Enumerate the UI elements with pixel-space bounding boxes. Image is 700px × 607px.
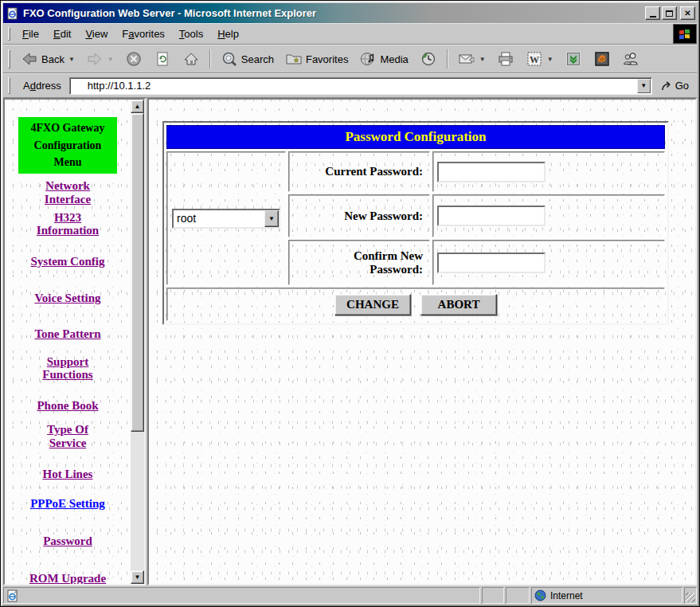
address-bar: Address http://10.1.1.2 ▼ Go bbox=[3, 73, 697, 98]
discuss-button[interactable] bbox=[616, 47, 645, 71]
back-button[interactable]: Back ▼ bbox=[15, 47, 80, 71]
scroll-down-icon[interactable]: ▼ bbox=[131, 570, 144, 584]
title-bar: FXO Configuration Web Server - Microsoft… bbox=[3, 3, 697, 23]
main-frame: Password Configuration root ▼ Current Pa… bbox=[147, 98, 697, 585]
related-links-button[interactable] bbox=[559, 47, 588, 71]
sidebar-item-h323-information[interactable]: H323 Information bbox=[5, 211, 131, 238]
minimize-button[interactable] bbox=[645, 6, 660, 20]
toolbar-separator bbox=[447, 49, 448, 69]
status-main-pane bbox=[3, 587, 480, 604]
messenger-button[interactable] bbox=[588, 47, 616, 71]
abort-button[interactable]: ABORT bbox=[420, 294, 497, 315]
media-button[interactable]: Media bbox=[354, 47, 413, 71]
scrollbar-thumb[interactable] bbox=[131, 113, 144, 432]
select-dropdown-icon[interactable]: ▼ bbox=[264, 210, 279, 227]
sidebar-frame: 4FXO Gateway Configuration Menu Network … bbox=[3, 98, 146, 585]
toolbar-separator bbox=[209, 49, 211, 69]
refresh-icon bbox=[154, 50, 171, 68]
sidebar-item-hot-lines[interactable]: Hot Lines bbox=[5, 468, 131, 481]
print-button[interactable] bbox=[491, 47, 520, 71]
search-icon bbox=[221, 50, 238, 68]
menu-help[interactable]: Help bbox=[210, 25, 246, 43]
form-buttons-row: CHANGE ABORT bbox=[166, 288, 665, 321]
password-configuration-table: Password Configuration root ▼ Current Pa… bbox=[162, 121, 669, 325]
home-icon bbox=[182, 50, 200, 68]
back-dropdown-icon[interactable]: ▼ bbox=[68, 56, 75, 63]
status-bar: Internet bbox=[3, 585, 697, 604]
sidebar-item-phone-book[interactable]: Phone Book bbox=[5, 399, 131, 413]
ie-page-icon bbox=[6, 7, 19, 20]
messenger-icon bbox=[593, 50, 611, 68]
favorites-button[interactable]: Favorites bbox=[280, 47, 354, 71]
maximize-button[interactable] bbox=[662, 6, 677, 20]
menu-edit[interactable]: Edit bbox=[46, 25, 78, 43]
history-button[interactable] bbox=[414, 47, 443, 71]
current-password-cell bbox=[432, 151, 665, 192]
address-input[interactable]: http://10.1.1.2 ▼ bbox=[69, 77, 652, 95]
status-pane bbox=[482, 587, 504, 604]
current-password-label: Current Password: bbox=[288, 151, 430, 192]
navigation-menu: 4FXO Gateway Configuration Menu Network … bbox=[5, 100, 131, 584]
sidebar-item-support-functions[interactable]: Support Functions bbox=[5, 355, 131, 382]
edit-dropdown-icon[interactable]: ▼ bbox=[547, 56, 553, 63]
toolbar-grip[interactable] bbox=[8, 49, 10, 69]
resize-grip[interactable] bbox=[684, 587, 697, 604]
stop-button[interactable] bbox=[119, 47, 148, 71]
mail-dropdown-icon[interactable]: ▼ bbox=[479, 56, 486, 63]
sidebar-item-system-config[interactable]: System Config bbox=[5, 255, 131, 268]
page-title: Password Configuration bbox=[345, 129, 486, 145]
address-dropdown-icon[interactable]: ▼ bbox=[637, 79, 651, 93]
home-button[interactable] bbox=[177, 47, 205, 71]
favorites-icon bbox=[285, 50, 303, 68]
sidebar-item-password[interactable]: Password bbox=[5, 535, 131, 548]
user-select-value: root bbox=[174, 210, 264, 227]
forward-dropdown-icon[interactable]: ▼ bbox=[108, 56, 114, 63]
close-button[interactable]: ✕ bbox=[680, 6, 695, 20]
status-zone-pane: Internet bbox=[531, 587, 682, 604]
sidebar-item-pppoe-setting[interactable]: PPPoE Setting bbox=[5, 497, 131, 511]
forward-button[interactable]: ▼ bbox=[80, 47, 119, 71]
mail-button[interactable]: ▼ bbox=[452, 47, 491, 71]
svg-text:W: W bbox=[530, 54, 539, 65]
menu-favorites[interactable]: Favorites bbox=[115, 25, 172, 43]
sidebar-item-rom-upgrade[interactable]: ROM Upgrade bbox=[5, 572, 131, 584]
page-title-bar: Password Configuration bbox=[166, 125, 665, 149]
discuss-icon bbox=[622, 50, 639, 68]
user-select-cell: root ▼ bbox=[166, 151, 286, 285]
scroll-up-icon[interactable]: ▲ bbox=[131, 100, 144, 113]
menu-tools[interactable]: Tools bbox=[172, 25, 210, 43]
sidebar-item-network-interface[interactable]: Network Interface bbox=[5, 179, 131, 206]
change-button[interactable]: CHANGE bbox=[334, 294, 411, 315]
download-chevrons-icon bbox=[565, 50, 582, 68]
status-pane bbox=[506, 587, 530, 604]
new-password-field[interactable] bbox=[437, 206, 546, 226]
menu-view[interactable]: View bbox=[78, 25, 115, 43]
media-icon bbox=[359, 50, 377, 68]
sidebar-scrollbar[interactable]: ▲ ▼ bbox=[131, 100, 144, 584]
current-password-field[interactable] bbox=[437, 162, 546, 182]
refresh-button[interactable] bbox=[148, 47, 177, 71]
window-title: FXO Configuration Web Server - Microsoft… bbox=[23, 7, 643, 19]
search-button[interactable]: Search bbox=[215, 47, 280, 71]
print-icon bbox=[497, 50, 514, 68]
sidebar-item-tone-pattern[interactable]: Tone Pattern bbox=[5, 327, 131, 341]
sidebar-item-voice-setting[interactable]: Voice Setting bbox=[5, 292, 131, 305]
browser-window: FXO Configuration Web Server - Microsoft… bbox=[0, 0, 700, 607]
edit-button[interactable]: W ▼ bbox=[520, 47, 559, 71]
user-select[interactable]: root ▼ bbox=[172, 209, 280, 229]
forward-icon bbox=[86, 50, 104, 68]
confirm-new-password-label: Confirm New Password: bbox=[288, 240, 430, 285]
sidebar-item-type-of-service[interactable]: Type Of Service bbox=[5, 423, 131, 450]
menu-file[interactable]: File bbox=[15, 25, 46, 43]
toolbar-grip[interactable] bbox=[8, 77, 10, 93]
address-url[interactable]: http://10.1.1.2 bbox=[88, 80, 637, 92]
toolbar-grip[interactable] bbox=[8, 27, 10, 41]
standard-toolbar: Back ▼ ▼ Search Favorites Media bbox=[3, 45, 697, 73]
zone-label: Internet bbox=[550, 590, 583, 601]
history-icon bbox=[420, 50, 437, 68]
go-button[interactable]: Go bbox=[657, 78, 695, 93]
ie-page-icon bbox=[6, 589, 19, 602]
confirm-new-password-field[interactable] bbox=[437, 253, 546, 273]
scrollbar-track[interactable] bbox=[131, 432, 144, 570]
address-label: Address bbox=[20, 80, 65, 92]
